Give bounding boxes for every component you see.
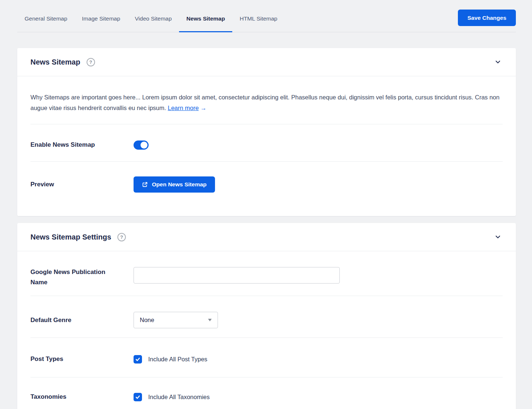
preview-row: Preview Open News Sitemap bbox=[17, 162, 516, 216]
row-label: Post Types bbox=[30, 354, 134, 364]
default-genre-row: Default Genre None bbox=[17, 296, 516, 337]
learn-more-link[interactable]: Learn more bbox=[168, 105, 198, 111]
select-value: None bbox=[140, 317, 154, 324]
tab-news-sitemap[interactable]: News Sitemap bbox=[179, 10, 232, 32]
news-sitemap-settings-card: News Sitemap Settings ? Google News Publ… bbox=[17, 223, 516, 409]
collapse-card-button[interactable] bbox=[493, 57, 503, 67]
publication-name-input[interactable] bbox=[134, 267, 340, 284]
arrow-right-icon: → bbox=[200, 105, 207, 111]
default-genre-select[interactable]: None bbox=[134, 312, 218, 328]
card-title: News Sitemap Settings bbox=[30, 233, 111, 241]
taxonomies-row: Taxonomies Include All Taxonomies bbox=[17, 377, 516, 409]
description-text: Why Sitemaps are important goes here... … bbox=[30, 94, 499, 111]
tab-image-sitemap[interactable]: Image Sitemap bbox=[74, 10, 127, 32]
save-changes-button[interactable]: Save Changes bbox=[458, 10, 516, 26]
publication-name-row: Google News Publication Name bbox=[17, 251, 516, 296]
news-sitemap-card-header: News Sitemap ? bbox=[17, 48, 516, 76]
checkmark-icon bbox=[135, 394, 141, 400]
card-description: Why Sitemaps are important goes here... … bbox=[17, 76, 516, 124]
row-label: Enable News Sitemap bbox=[30, 140, 134, 150]
include-all-taxonomies-field[interactable]: Include All Taxonomies bbox=[134, 393, 210, 401]
toggle-knob-icon bbox=[141, 142, 147, 149]
row-label: Preview bbox=[30, 179, 134, 190]
tab-html-sitemap[interactable]: HTML Sitemap bbox=[232, 10, 285, 32]
checkbox-label: Include All Taxonomies bbox=[148, 394, 210, 401]
enable-news-sitemap-toggle[interactable] bbox=[134, 140, 149, 150]
settings-card-header: News Sitemap Settings ? bbox=[17, 223, 516, 251]
collapse-card-button[interactable] bbox=[493, 232, 503, 242]
checkbox-checked-icon[interactable] bbox=[134, 393, 142, 401]
row-label: Default Genre bbox=[30, 315, 134, 325]
tab-general-sitemap[interactable]: General Sitemap bbox=[17, 10, 74, 32]
news-sitemap-card: News Sitemap ? Why Sitemaps are importan… bbox=[17, 48, 516, 216]
open-button-label: Open News Sitemap bbox=[152, 181, 207, 188]
settings-page: General Sitemap Image Sitemap Video Site… bbox=[17, 0, 516, 409]
help-icon[interactable]: ? bbox=[117, 233, 126, 241]
sitemap-tabbar: General Sitemap Image Sitemap Video Site… bbox=[17, 0, 516, 32]
checkmark-icon bbox=[135, 357, 141, 362]
enable-news-sitemap-row: Enable News Sitemap bbox=[17, 124, 516, 161]
chevron-down-icon bbox=[495, 59, 501, 65]
include-all-post-types-field[interactable]: Include All Post Types bbox=[134, 355, 207, 364]
help-icon[interactable]: ? bbox=[87, 58, 95, 66]
row-label: Taxonomies bbox=[30, 392, 134, 402]
post-types-row: Post Types Include All Post Types bbox=[17, 338, 516, 377]
external-link-icon bbox=[142, 182, 148, 187]
checkbox-label: Include All Post Types bbox=[148, 356, 207, 363]
dropdown-arrow-icon bbox=[208, 319, 212, 321]
card-title: News Sitemap bbox=[30, 58, 80, 66]
row-label: Google News Publication Name bbox=[30, 267, 134, 288]
open-news-sitemap-button[interactable]: Open News Sitemap bbox=[134, 176, 215, 193]
chevron-down-icon bbox=[495, 234, 501, 240]
checkbox-checked-icon[interactable] bbox=[134, 355, 142, 364]
tab-video-sitemap[interactable]: Video Sitemap bbox=[128, 10, 179, 32]
